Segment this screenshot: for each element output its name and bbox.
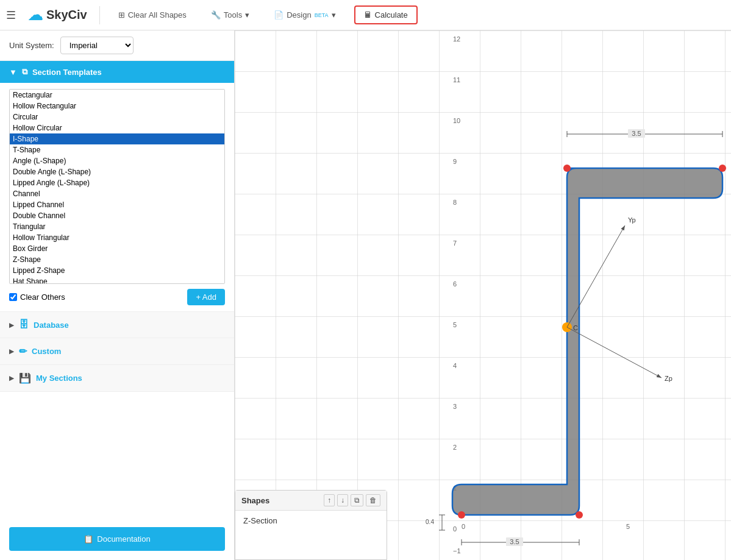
corner-dot-top-far-right [719,165,726,172]
shapes-actions: ↑ ↓ ⧉ 🗑 [324,494,380,506]
save-icon: 💾 [19,372,31,384]
shapes-panel: Shapes ↑ ↓ ⧉ 🗑 Z-Section [235,490,387,560]
shape-list[interactable]: Rectangular Hollow Rectangular Circular … [9,89,225,284]
corner-dot-bottom-left [458,511,465,519]
database-label: Database [34,321,69,330]
canvas-area: 12 11 10 9 8 7 6 5 4 3 2 1 0 −5 0 5 −1 [235,30,731,560]
custom-icon: ✏ [19,346,27,357]
corner-dot-bottom-right [576,511,583,519]
chevron-right-icon-3: ▶ [9,375,14,381]
axis-label-3: 3 [453,403,457,410]
axis-label-8: 8 [453,199,457,206]
section-templates-content: Rectangular Hollow Rectangular Circular … [0,83,234,311]
wrench-icon: 🔧 [211,10,221,19]
yp-label: Yp [628,216,636,224]
axis-label-5: 5 [453,321,457,328]
zp-label: Zp [665,375,672,382]
axis-label-2: 2 [453,444,457,451]
corner-dot-top-right [563,165,571,172]
database-section[interactable]: ▶ 🗄 Database [0,312,234,338]
clear-others-checkbox[interactable] [9,293,17,301]
section-templates-label: Section Templates [32,68,102,77]
dim-text-top: 3.5 [632,130,641,137]
design-chevron-icon: ▾ [332,10,336,19]
left-panel: Unit System: Imperial Metric ▼ ⧉ Section… [0,30,235,560]
my-sections-section[interactable]: ▶ 💾 My Sections [0,365,234,392]
shapes-header: Shapes ↑ ↓ ⧉ 🗑 [235,491,387,511]
shapes-title: Shapes [241,496,269,505]
main-layout: Unit System: Imperial Metric ▼ ⧉ Section… [0,30,731,560]
shape-delete-button[interactable]: 🗑 [366,494,380,506]
cloud-icon: ☁ [28,7,43,24]
canvas-svg: 12 11 10 9 8 7 6 5 4 3 2 1 0 −5 0 5 −1 [235,30,731,560]
axis-label-6: 6 [453,280,457,288]
tools-label: Tools [224,10,242,19]
shape-copy-button[interactable]: ⧉ [351,494,363,506]
template-icon: ⧉ [22,67,27,77]
clear-shapes-button[interactable]: ⊞ Clear All Shapes [112,8,193,22]
axis-label-12: 12 [453,35,460,43]
unit-system-row: Unit System: Imperial Metric [0,30,234,61]
documentation-button[interactable]: 📋 Documentation [9,527,225,551]
clear-shapes-label: Clear All Shapes [128,10,187,19]
design-badge: BETA [315,12,329,18]
tools-button[interactable]: 🔧 Tools ▾ [205,8,255,22]
section-templates-header[interactable]: ▼ ⧉ Section Templates [0,61,234,83]
chevron-down-icon: ▼ [9,68,17,77]
custom-label: Custom [32,347,61,356]
axis-label-7: 7 [453,239,457,247]
add-button[interactable]: + Add [187,289,225,305]
tools-chevron-icon: ▾ [245,10,249,19]
shape-up-button[interactable]: ↑ [324,494,335,506]
axis-label-x0: 0 [462,523,465,530]
unit-select[interactable]: Imperial Metric [60,37,134,54]
calculate-button[interactable]: 🖩 Calculate [354,5,418,24]
database-icon: 🗄 [19,319,29,330]
chevron-right-icon: ▶ [9,322,14,328]
templates-actions: Clear Others + Add [9,289,225,305]
shapes-list-area: Z-Section [235,511,387,559]
clear-others-label[interactable]: Clear Others [9,292,65,302]
axis-label-10: 10 [453,117,460,124]
axis-label-neg1: −1 [453,547,461,555]
section-templates-panel: ▼ ⧉ Section Templates Rectangular Hollow… [0,61,234,312]
grid-icon: ⊞ [118,10,125,19]
axis-label-9: 9 [453,158,457,165]
unit-label: Unit System: [9,41,54,50]
calculator-icon: 🖩 [364,10,372,19]
logo: ☁ SkyCiv [28,7,87,24]
grid-background [235,30,731,560]
calculate-label: Calculate [375,10,408,19]
custom-section[interactable]: ▶ ✏ Custom [0,338,234,365]
design-label: Design [287,10,311,19]
axis-label-0: 0 [453,525,457,533]
my-sections-label: My Sections [36,374,82,383]
design-button[interactable]: 📄 Design BETA ▾ [268,8,341,22]
top-nav: ☰ ☁ SkyCiv ⊞ Clear All Shapes 🔧 Tools ▾ … [0,0,731,30]
axis-label-4: 4 [453,362,457,369]
shape-down-button[interactable]: ↓ [337,494,348,506]
centroid-label: C [573,324,578,331]
axis-label-11: 11 [453,76,460,83]
logo-text: SkyCiv [46,8,87,22]
doc-icon: 📋 [84,534,93,544]
dim-text-bottom: 3.5 [510,538,519,545]
hamburger-icon[interactable]: ☰ [6,9,16,22]
dim-text-left: 0.4 [426,519,434,525]
axis-label-x5: 5 [626,523,630,530]
design-icon: 📄 [274,10,283,19]
nav-divider [99,6,100,24]
chevron-right-icon-2: ▶ [9,348,14,355]
doc-label: Documentation [97,534,150,544]
shape-item[interactable]: Z-Section [238,514,383,528]
